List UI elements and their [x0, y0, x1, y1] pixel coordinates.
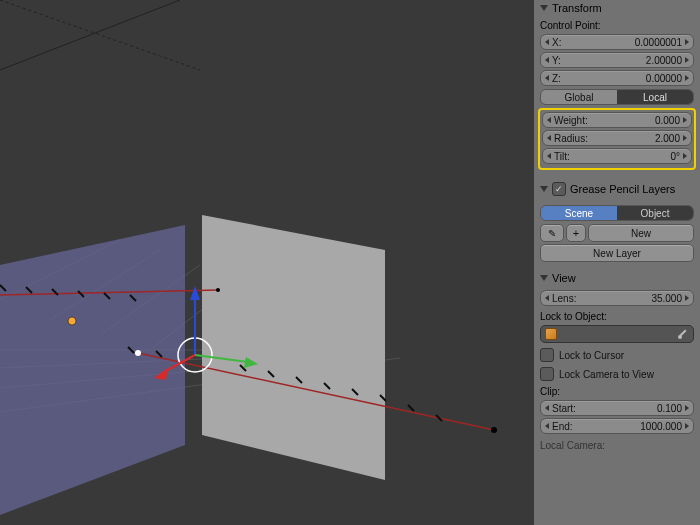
y-field[interactable]: Y: 2.00000	[540, 52, 694, 68]
decrement-icon[interactable]	[545, 75, 549, 81]
n-panel: Transform Control Point: X: 0.0000001 Y:…	[534, 0, 700, 525]
svg-point-14	[491, 427, 497, 433]
grease-space-toggle: Scene Object	[540, 205, 694, 221]
svg-line-30	[408, 405, 414, 411]
weight-field[interactable]: Weight: 0.000	[542, 112, 692, 128]
increment-icon[interactable]	[685, 405, 689, 411]
decrement-icon[interactable]	[545, 39, 549, 45]
svg-marker-36	[190, 286, 200, 300]
lock-cursor-checkbox[interactable]	[540, 348, 554, 362]
object-toggle[interactable]: Object	[617, 206, 693, 220]
grease-enable-checkbox[interactable]	[552, 182, 566, 196]
x-label: X:	[552, 37, 561, 48]
local-camera-label: Local Camera:	[540, 440, 694, 451]
svg-point-15	[216, 288, 220, 292]
lens-label: Lens:	[552, 293, 576, 304]
panel-title: Grease Pencil Layers	[570, 183, 675, 195]
chevron-down-icon	[540, 275, 548, 281]
clip-end-field[interactable]: End: 1000.000	[540, 418, 694, 434]
decrement-icon[interactable]	[547, 135, 551, 141]
clip-start-field[interactable]: Start: 0.100	[540, 400, 694, 416]
z-field[interactable]: Z: 0.00000	[540, 70, 694, 86]
z-label: Z:	[552, 73, 561, 84]
coord-space-toggle: Global Local	[540, 89, 694, 105]
radius-value: 2.000	[655, 133, 680, 144]
global-toggle[interactable]: Global	[541, 90, 617, 104]
lock-object-selector[interactable]	[540, 325, 694, 343]
panel-header-view[interactable]: View	[534, 270, 700, 286]
x-value: 0.0000001	[635, 37, 682, 48]
local-toggle[interactable]: Local	[617, 90, 693, 104]
clip-label: Clip:	[540, 386, 694, 397]
panel-grease: Scene Object ✎ + New New Layer	[534, 198, 700, 270]
decrement-icon[interactable]	[545, 405, 549, 411]
svg-point-33	[135, 350, 141, 356]
increment-icon[interactable]	[685, 57, 689, 63]
lens-value: 35.000	[651, 293, 682, 304]
clip-start-value: 0.100	[657, 403, 682, 414]
tilt-label: Tilt:	[554, 151, 570, 162]
weight-label: Weight:	[554, 115, 588, 126]
svg-marker-11	[202, 215, 385, 480]
plus-icon: +	[573, 227, 579, 239]
decrement-icon[interactable]	[545, 57, 549, 63]
increment-icon[interactable]	[685, 423, 689, 429]
clip-end-label: End:	[552, 421, 573, 432]
panel-title: Transform	[552, 2, 602, 14]
panel-header-transform[interactable]: Transform	[534, 0, 700, 16]
viewport-scene	[0, 0, 534, 525]
object-icon	[545, 328, 557, 340]
svg-marker-10	[0, 225, 185, 515]
increment-icon[interactable]	[683, 153, 687, 159]
control-point-label: Control Point:	[540, 20, 694, 31]
lens-field[interactable]: Lens: 35.000	[540, 290, 694, 306]
increment-icon[interactable]	[683, 135, 687, 141]
decrement-icon[interactable]	[545, 295, 549, 301]
decrement-icon[interactable]	[545, 423, 549, 429]
panel-header-grease[interactable]: Grease Pencil Layers	[534, 180, 700, 198]
chevron-down-icon	[540, 5, 548, 11]
clip-start-label: Start:	[552, 403, 576, 414]
lock-camera-label: Lock Camera to View	[559, 369, 654, 380]
tilt-field[interactable]: Tilt: 0°	[542, 148, 692, 164]
decrement-icon[interactable]	[547, 117, 551, 123]
svg-point-32	[68, 317, 76, 325]
svg-line-0	[0, 0, 200, 70]
eyedropper-icon[interactable]	[677, 328, 689, 340]
lock-to-object-label: Lock to Object:	[540, 311, 694, 322]
highlight-weight-radius-tilt: Weight: 0.000 Radius: 2.000 Tilt: 0°	[538, 108, 696, 170]
radius-field[interactable]: Radius: 2.000	[542, 130, 692, 146]
svg-line-1	[0, 0, 180, 70]
grease-add-button[interactable]: +	[566, 224, 586, 242]
grease-new-button[interactable]: New	[588, 224, 694, 242]
tilt-value: 0°	[670, 151, 680, 162]
increment-icon[interactable]	[683, 117, 687, 123]
grease-draw-button[interactable]: ✎	[540, 224, 564, 242]
increment-icon[interactable]	[685, 39, 689, 45]
grease-new-layer-button[interactable]: New Layer	[540, 244, 694, 262]
clip-end-value: 1000.000	[640, 421, 682, 432]
lock-cursor-label: Lock to Cursor	[559, 350, 624, 361]
viewport-3d[interactable]	[0, 0, 534, 525]
panel-transform: Control Point: X: 0.0000001 Y: 2.00000 Z…	[534, 16, 700, 180]
panel-view: Lens: 35.000 Lock to Object: Lock to Cur…	[534, 286, 700, 462]
weight-value: 0.000	[655, 115, 680, 126]
chevron-down-icon	[540, 186, 548, 192]
z-value: 0.00000	[646, 73, 682, 84]
increment-icon[interactable]	[685, 295, 689, 301]
y-value: 2.00000	[646, 55, 682, 66]
panel-title: View	[552, 272, 576, 284]
increment-icon[interactable]	[685, 75, 689, 81]
scene-toggle[interactable]: Scene	[541, 206, 617, 220]
decrement-icon[interactable]	[547, 153, 551, 159]
x-field[interactable]: X: 0.0000001	[540, 34, 694, 50]
lock-camera-checkbox[interactable]	[540, 367, 554, 381]
y-label: Y:	[552, 55, 561, 66]
pencil-icon: ✎	[548, 228, 556, 239]
radius-label: Radius:	[554, 133, 588, 144]
